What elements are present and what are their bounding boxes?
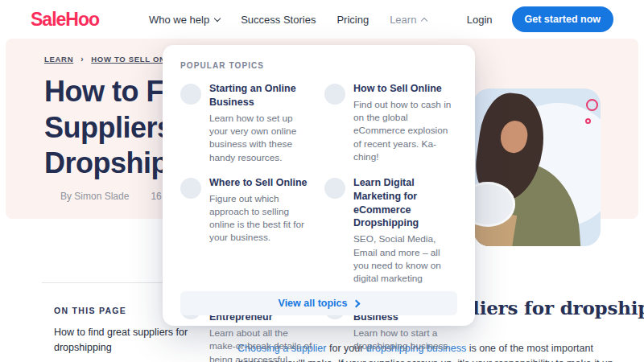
view-all-topics-button[interactable]: View all topics [180,291,457,315]
topic-desc: Learn how to set up your very own online… [209,112,313,164]
nav-learn[interactable]: Learn [390,14,427,26]
nav-who-we-help[interactable]: Who we help [149,14,220,26]
topic-desc: SEO, Social Media, Email and more – all … [353,232,457,285]
breadcrumb-separator-icon: › [80,55,84,64]
pink-ring-small-icon [585,118,591,124]
nav-success-stories[interactable]: Success Stories [241,14,316,26]
learn-dropdown-panel: POPULAR TOPICS Starting an Online Busine… [163,45,475,326]
topic-desc: Learn how to start a dropshipping busine… [353,327,457,353]
topic-desc: Learn about all the make-or-break detail… [209,327,313,362]
topic-title: Starting an Online Business [209,82,313,109]
topic-digital-marketing[interactable]: Learn Digital Marketing for eCommerce Dr… [324,176,457,286]
author-name: By Simon Slade [60,191,129,202]
topic-icon [180,84,201,105]
topic-how-to-sell-online[interactable]: How to Sell Online Find out how to cash … [324,82,457,164]
pink-ring-icon [586,99,598,111]
breadcrumb-learn[interactable]: LEARN [44,55,73,64]
get-started-button[interactable]: Get started now [512,6,613,32]
navbar-right: Login Get started now [467,6,613,32]
login-link[interactable]: Login [467,14,493,26]
topic-title: Where to Sell Online [209,176,313,190]
topic-icon [180,178,201,199]
topic-desc: Figure out which approach to selling onl… [209,192,313,245]
topic-starting-online-business[interactable]: Starting an Online Business Learn how to… [180,82,313,164]
topic-icon [324,84,345,105]
topic-title: Learn Digital Marketing for eCommerce Dr… [353,176,457,231]
chevron-up-icon [421,17,427,23]
hero-photo [473,88,601,246]
chevron-down-icon [214,14,221,21]
chevron-right-icon [353,299,361,307]
topics-grid: Starting an Online Business Learn how to… [180,82,457,362]
nav-pricing[interactable]: Pricing [336,14,369,26]
main-nav: Who we help Success Stories Pricing Lear… [149,14,427,26]
on-this-page-title: ON THIS PAGE [54,306,126,315]
topic-icon [324,178,345,199]
popup-title: POPULAR TOPICS [180,61,457,70]
topic-title: How to Sell Online [353,82,457,96]
salehoo-logo[interactable]: SaleHoo [31,9,99,31]
topic-where-to-sell-online[interactable]: Where to Sell Online Figure out which ap… [180,176,313,286]
top-navbar: SaleHoo Who we help Success Stories Pric… [0,0,644,39]
topic-desc: Find out how to cash in on the global eC… [353,98,457,163]
